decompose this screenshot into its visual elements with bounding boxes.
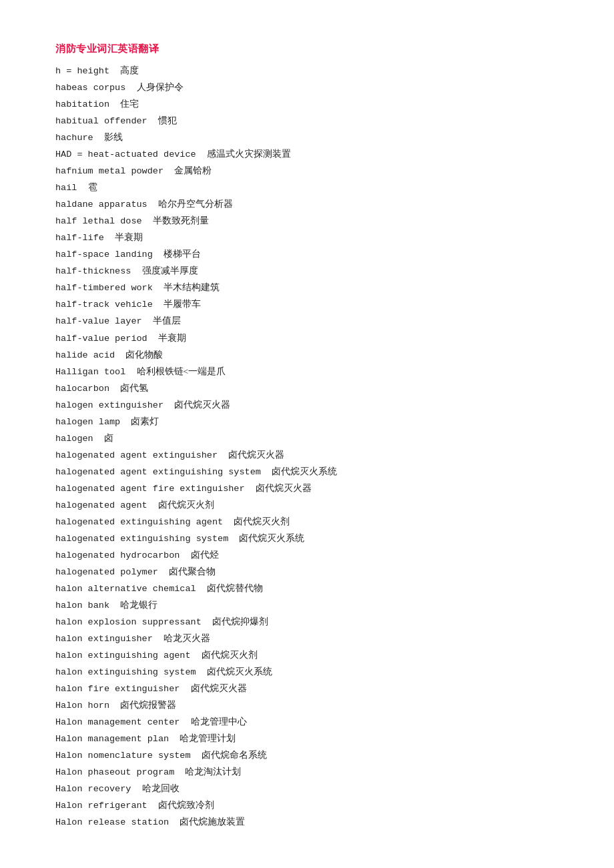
entry-term: h = height xyxy=(55,66,120,76)
entry-term: half-value layer xyxy=(55,316,153,326)
list-item: habeas corpus 人身保护令 xyxy=(55,79,559,96)
list-item: hail 雹 xyxy=(55,179,559,196)
entry-term: halogenated agent extinguisher xyxy=(55,450,228,460)
list-item: Halon release station 卤代烷施放装置 xyxy=(55,814,559,831)
list-item: Halon recovery 哈龙回收 xyxy=(55,781,559,797)
entry-translation: 哈龙管理中心 xyxy=(191,717,247,727)
entry-translation: 卤代烷灭火系统 xyxy=(239,533,304,543)
entry-translation: 卤代烷抑爆剂 xyxy=(212,616,268,626)
list-item: half-value period 半衰期 xyxy=(55,330,559,347)
entry-term: halogenated hydrocarbon xyxy=(55,550,191,560)
entries-list: h = height 高度habeas corpus 人身保护令habitati… xyxy=(55,63,559,831)
list-item: half-space landing 楼梯平台 xyxy=(55,246,559,263)
entry-translation: 卤 xyxy=(104,433,113,443)
entry-translation: 哈尔丹空气分析器 xyxy=(158,199,233,209)
entry-term: haldane apparatus xyxy=(55,199,158,209)
entry-term: Halon management center xyxy=(55,717,191,727)
entry-translation: 金属铪粉 xyxy=(174,165,212,175)
entry-term: habeas corpus xyxy=(55,83,137,93)
entry-term: halogenated extinguishing agent xyxy=(55,517,234,527)
list-item: halon bank 哈龙银行 xyxy=(55,597,559,614)
list-item: halogen extinguisher 卤代烷灭火器 xyxy=(55,397,559,414)
entry-term: Halon horn xyxy=(55,701,120,711)
entry-translation: 卤化物酸 xyxy=(125,350,163,360)
list-item: halogenated agent extinguishing system 卤… xyxy=(55,464,559,480)
entry-term: hail xyxy=(55,183,88,193)
entry-translation: 卤素灯 xyxy=(131,416,159,426)
entry-term: halogen xyxy=(55,434,104,444)
entry-term: Halon refrigerant xyxy=(55,801,158,811)
list-item: halon explosion suppressant 卤代烷抑爆剂 xyxy=(55,614,559,630)
entry-term: halogenated agent fire extinguisher xyxy=(55,484,256,494)
entry-term: habitual offender xyxy=(55,116,158,126)
list-item: Halon nomenclature system 卤代烷命名系统 xyxy=(55,747,559,764)
list-item: halon fire extinguisher 卤代烷灭火器 xyxy=(55,681,559,697)
entry-term: halon fire extinguisher xyxy=(55,684,191,694)
entry-translation: 卤代烷灭火器 xyxy=(174,400,230,410)
entry-translation: 半木结构建筑 xyxy=(164,282,220,292)
entry-translation: 哈龙管理计划 xyxy=(180,733,236,743)
entry-term: halide acid xyxy=(55,350,125,360)
list-item: half-life 半衰期 xyxy=(55,230,559,246)
list-item: hachure 影线 xyxy=(55,129,559,146)
entry-translation: 半衰期 xyxy=(158,333,186,343)
entry-translation: 卤代烷灭火系统 xyxy=(272,466,337,476)
entry-term: Halon nomenclature system xyxy=(55,751,202,761)
list-item: Halon phaseout program 哈龙淘汰计划 xyxy=(55,764,559,781)
list-item: Halon refrigerant 卤代烷致冷剂 xyxy=(55,797,559,814)
entry-translation: 卤代烷灭火剂 xyxy=(202,650,258,660)
entry-term: half-value period xyxy=(55,334,158,344)
entry-translation: 卤代烃 xyxy=(191,550,219,560)
entry-translation: 惯犯 xyxy=(158,115,177,125)
entry-translation: 半值层 xyxy=(153,316,181,326)
entry-term: halogenated agent xyxy=(55,500,158,510)
entry-translation: 半数致死剂量 xyxy=(153,215,209,226)
entry-translation: 人身保护令 xyxy=(137,82,184,92)
list-item: halon extinguishing agent 卤代烷灭火剂 xyxy=(55,647,559,664)
entry-translation: 卤代烷灭火器 xyxy=(256,483,312,493)
list-item: habitation 住宅 xyxy=(55,96,559,113)
list-item: Halon management center 哈龙管理中心 xyxy=(55,714,559,731)
entry-translation: 哈利根铁链<一端是爪 xyxy=(137,366,226,376)
list-item: half lethal dose 半数致死剂量 xyxy=(55,213,559,230)
entry-term: half lethal dose xyxy=(55,216,153,226)
entry-translation: 高度 xyxy=(120,65,139,75)
list-item: halide acid 卤化物酸 xyxy=(55,347,559,364)
entry-translation: 半衰期 xyxy=(115,232,143,242)
entry-translation: 卤代烷命名系统 xyxy=(202,750,267,760)
list-item: habitual offender 惯犯 xyxy=(55,113,559,129)
entry-translation: 卤代烷报警器 xyxy=(120,700,176,710)
entry-term: halogenated agent extinguishing system xyxy=(55,467,272,477)
entry-translation: 住宅 xyxy=(120,99,139,109)
entry-term: halon extinguisher xyxy=(55,634,164,644)
entry-translation: 哈龙回收 xyxy=(142,783,180,793)
list-item: Halon horn 卤代烷报警器 xyxy=(55,697,559,714)
entry-term: half-timbered work xyxy=(55,283,164,293)
entry-term: Halon recovery xyxy=(55,784,142,794)
entry-translation: 卤代烷灭火器 xyxy=(228,450,284,460)
entry-term: hafnium metal powder xyxy=(55,166,174,176)
entry-term: halogen lamp xyxy=(55,417,131,427)
entry-term: half-space landing xyxy=(55,250,164,260)
entry-translation: 卤代烷灭火器 xyxy=(191,683,247,693)
list-item: Halligan tool 哈利根铁链<一端是爪 xyxy=(55,364,559,380)
entry-term: halogen extinguisher xyxy=(55,400,174,410)
entry-translation: 卤代烷替代物 xyxy=(207,583,263,593)
list-item: halogen lamp 卤素灯 xyxy=(55,414,559,430)
list-item: halogenated hydrocarbon 卤代烃 xyxy=(55,547,559,564)
list-item: h = height 高度 xyxy=(55,63,559,79)
entry-term: halon extinguishing system xyxy=(55,667,207,677)
entry-term: half-track vehicle xyxy=(55,300,164,310)
entry-translation: 哈龙银行 xyxy=(120,600,158,610)
list-item: halon extinguishing system 卤代烷灭火系统 xyxy=(55,664,559,681)
entry-term: Halon release station xyxy=(55,817,180,827)
list-item: halogenated agent fire extinguisher 卤代烷灭… xyxy=(55,480,559,497)
list-item: halogenated polymer 卤代聚合物 xyxy=(55,564,559,580)
entry-term: Halon phaseout program xyxy=(55,767,185,777)
list-item: halogenated agent 卤代烷灭火剂 xyxy=(55,497,559,514)
list-item: halogenated extinguishing agent 卤代烷灭火剂 xyxy=(55,514,559,530)
entry-term: halon bank xyxy=(55,600,120,610)
entry-term: halogenated polymer xyxy=(55,567,169,577)
entry-term: hachure xyxy=(55,133,104,143)
entry-term: Halon management plan xyxy=(55,734,180,744)
